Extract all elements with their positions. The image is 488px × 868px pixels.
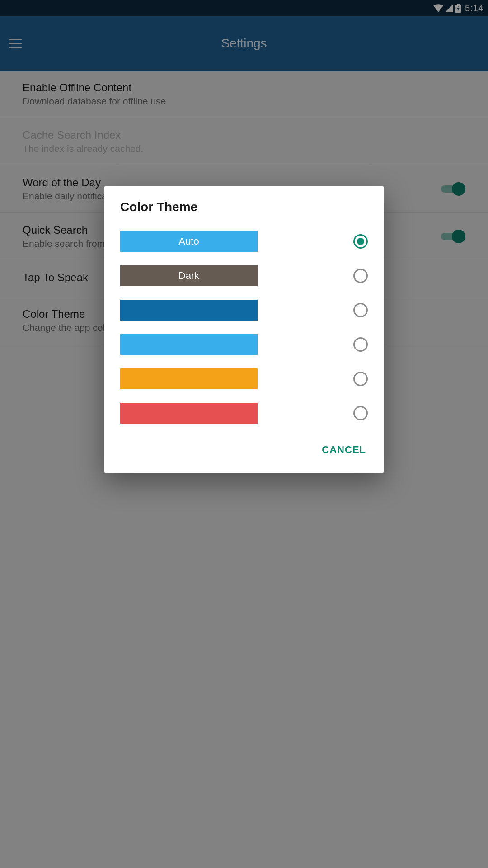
radio-button[interactable]: [353, 303, 368, 317]
theme-option[interactable]: [120, 293, 368, 327]
color-swatch: [120, 300, 258, 321]
radio-button[interactable]: [353, 269, 368, 283]
radio-button[interactable]: [353, 337, 368, 352]
color-swatch: [120, 334, 258, 355]
theme-option[interactable]: Dark: [120, 259, 368, 293]
color-swatch: Dark: [120, 265, 258, 286]
radio-button[interactable]: [353, 372, 368, 386]
color-swatch: [120, 368, 258, 389]
theme-option[interactable]: [120, 327, 368, 362]
dialog-actions: CANCEL: [104, 430, 384, 469]
radio-button[interactable]: [353, 406, 368, 420]
color-theme-dialog: Color Theme AutoDark CANCEL: [104, 186, 384, 473]
dialog-title: Color Theme: [104, 186, 384, 224]
modal-scrim[interactable]: Color Theme AutoDark CANCEL: [0, 0, 488, 868]
cancel-button[interactable]: CANCEL: [320, 439, 368, 461]
color-swatch: [120, 403, 258, 424]
color-swatch: Auto: [120, 231, 258, 252]
theme-option[interactable]: Auto: [120, 224, 368, 259]
theme-option[interactable]: [120, 362, 368, 396]
dialog-options-list: AutoDark: [104, 224, 384, 430]
radio-button[interactable]: [353, 234, 368, 249]
theme-option[interactable]: [120, 396, 368, 430]
